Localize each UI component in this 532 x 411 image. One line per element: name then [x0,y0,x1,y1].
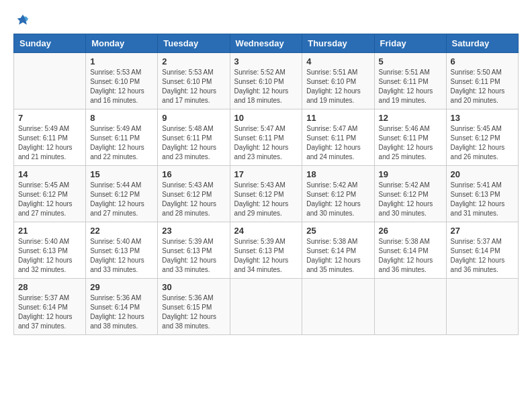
day-number: 19 [379,169,442,179]
logo [13,13,30,27]
week-row-1: 1 Sunrise: 5:53 AMSunset: 6:10 PMDayligh… [14,53,519,109]
day-number: 26 [379,226,442,236]
day-number: 5 [379,56,442,66]
calendar-cell [14,53,86,109]
day-number: 14 [18,169,81,179]
calendar-cell: 23 Sunrise: 5:39 AMSunset: 6:13 PMDaylig… [158,222,230,279]
calendar-cell: 20 Sunrise: 5:41 AMSunset: 6:13 PMDaylig… [446,166,518,222]
header-cell-friday: Friday [374,34,446,53]
day-info: Sunrise: 5:49 AMSunset: 6:11 PMDaylight:… [18,124,81,162]
week-row-5: 28 Sunrise: 5:37 AMSunset: 6:14 PMDaylig… [14,279,519,335]
day-number: 1 [90,56,153,66]
calendar-cell: 3 Sunrise: 5:52 AMSunset: 6:10 PMDayligh… [230,53,302,109]
calendar-cell: 2 Sunrise: 5:53 AMSunset: 6:10 PMDayligh… [158,53,230,109]
day-number: 25 [306,226,369,236]
calendar-cell: 12 Sunrise: 5:46 AMSunset: 6:11 PMDaylig… [374,109,446,166]
header-row: SundayMondayTuesdayWednesdayThursdayFrid… [14,34,519,53]
calendar-cell: 13 Sunrise: 5:45 AMSunset: 6:12 PMDaylig… [446,109,518,166]
day-info: Sunrise: 5:36 AMSunset: 6:14 PMDaylight:… [90,293,153,331]
calendar: SundayMondayTuesdayWednesdayThursdayFrid… [13,34,519,335]
day-info: Sunrise: 5:39 AMSunset: 6:13 PMDaylight:… [162,237,225,275]
day-info: Sunrise: 5:50 AMSunset: 6:11 PMDaylight:… [451,68,514,105]
day-info: Sunrise: 5:43 AMSunset: 6:12 PMDaylight:… [234,181,298,218]
day-info: Sunrise: 5:51 AMSunset: 6:11 PMDaylight:… [379,68,442,105]
day-number: 16 [162,169,225,179]
day-info: Sunrise: 5:53 AMSunset: 6:10 PMDaylight:… [90,68,153,105]
day-info: Sunrise: 5:37 AMSunset: 6:14 PMDaylight:… [451,237,514,275]
day-info: Sunrise: 5:52 AMSunset: 6:10 PMDaylight:… [234,68,298,105]
day-info: Sunrise: 5:37 AMSunset: 6:14 PMDaylight:… [18,293,81,331]
calendar-cell [302,279,374,335]
calendar-cell: 30 Sunrise: 5:36 AMSunset: 6:15 PMDaylig… [158,279,230,335]
day-info: Sunrise: 5:42 AMSunset: 6:12 PMDaylight:… [306,181,369,218]
header-cell-tuesday: Tuesday [158,34,230,53]
calendar-cell: 5 Sunrise: 5:51 AMSunset: 6:11 PMDayligh… [374,53,446,109]
calendar-cell: 17 Sunrise: 5:43 AMSunset: 6:12 PMDaylig… [230,166,302,222]
day-number: 15 [90,169,153,179]
day-number: 2 [162,56,225,66]
logo-icon [16,13,30,27]
day-info: Sunrise: 5:51 AMSunset: 6:10 PMDaylight:… [306,68,369,105]
calendar-cell: 9 Sunrise: 5:48 AMSunset: 6:11 PMDayligh… [158,109,230,166]
calendar-cell: 7 Sunrise: 5:49 AMSunset: 6:11 PMDayligh… [14,109,86,166]
week-row-2: 7 Sunrise: 5:49 AMSunset: 6:11 PMDayligh… [14,109,519,166]
calendar-cell: 28 Sunrise: 5:37 AMSunset: 6:14 PMDaylig… [14,279,86,335]
day-number: 23 [162,226,225,236]
day-info: Sunrise: 5:45 AMSunset: 6:12 PMDaylight:… [451,124,514,162]
day-number: 12 [379,113,442,123]
calendar-cell: 4 Sunrise: 5:51 AMSunset: 6:10 PMDayligh… [302,53,374,109]
day-number: 17 [234,169,298,179]
calendar-cell: 24 Sunrise: 5:39 AMSunset: 6:13 PMDaylig… [230,222,302,279]
day-info: Sunrise: 5:48 AMSunset: 6:11 PMDaylight:… [162,124,225,162]
day-number: 29 [90,282,153,292]
header-cell-sunday: Sunday [14,34,86,53]
day-number: 18 [306,169,369,179]
calendar-cell: 26 Sunrise: 5:38 AMSunset: 6:14 PMDaylig… [374,222,446,279]
day-number: 3 [234,56,298,66]
week-row-4: 21 Sunrise: 5:40 AMSunset: 6:13 PMDaylig… [14,222,519,279]
calendar-cell [374,279,446,335]
day-info: Sunrise: 5:45 AMSunset: 6:12 PMDaylight:… [18,181,81,218]
header-cell-wednesday: Wednesday [230,34,302,53]
day-number: 22 [90,226,153,236]
calendar-cell: 10 Sunrise: 5:47 AMSunset: 6:11 PMDaylig… [230,109,302,166]
day-number: 27 [451,226,514,236]
day-info: Sunrise: 5:36 AMSunset: 6:15 PMDaylight:… [162,293,225,331]
header-cell-saturday: Saturday [446,34,518,53]
calendar-cell: 14 Sunrise: 5:45 AMSunset: 6:12 PMDaylig… [14,166,86,222]
day-number: 9 [162,113,225,123]
calendar-cell: 19 Sunrise: 5:42 AMSunset: 6:12 PMDaylig… [374,166,446,222]
day-number: 10 [234,113,298,123]
day-number: 7 [18,113,81,123]
day-number: 11 [306,113,369,123]
day-number: 21 [18,226,81,236]
page-header [13,13,519,27]
day-info: Sunrise: 5:47 AMSunset: 6:11 PMDaylight:… [234,124,298,162]
day-info: Sunrise: 5:39 AMSunset: 6:13 PMDaylight:… [234,237,298,275]
calendar-cell: 18 Sunrise: 5:42 AMSunset: 6:12 PMDaylig… [302,166,374,222]
calendar-cell: 22 Sunrise: 5:40 AMSunset: 6:13 PMDaylig… [86,222,158,279]
day-number: 8 [90,113,153,123]
calendar-cell: 29 Sunrise: 5:36 AMSunset: 6:14 PMDaylig… [86,279,158,335]
day-number: 6 [451,56,514,66]
calendar-cell: 25 Sunrise: 5:38 AMSunset: 6:14 PMDaylig… [302,222,374,279]
day-number: 28 [18,282,81,292]
day-info: Sunrise: 5:38 AMSunset: 6:14 PMDaylight:… [379,237,442,275]
day-number: 13 [451,113,514,123]
calendar-cell: 8 Sunrise: 5:49 AMSunset: 6:11 PMDayligh… [86,109,158,166]
day-info: Sunrise: 5:41 AMSunset: 6:13 PMDaylight:… [451,181,514,218]
calendar-cell [446,279,518,335]
day-number: 4 [306,56,369,66]
day-info: Sunrise: 5:46 AMSunset: 6:11 PMDaylight:… [379,124,442,162]
day-info: Sunrise: 5:44 AMSunset: 6:12 PMDaylight:… [90,181,153,218]
day-info: Sunrise: 5:43 AMSunset: 6:12 PMDaylight:… [162,181,225,218]
day-number: 30 [162,282,225,292]
day-info: Sunrise: 5:40 AMSunset: 6:13 PMDaylight:… [18,237,81,275]
day-number: 20 [451,169,514,179]
header-cell-thursday: Thursday [302,34,374,53]
day-info: Sunrise: 5:47 AMSunset: 6:11 PMDaylight:… [306,124,369,162]
week-row-3: 14 Sunrise: 5:45 AMSunset: 6:12 PMDaylig… [14,166,519,222]
calendar-cell: 1 Sunrise: 5:53 AMSunset: 6:10 PMDayligh… [86,53,158,109]
day-number: 24 [234,226,298,236]
day-info: Sunrise: 5:42 AMSunset: 6:12 PMDaylight:… [379,181,442,218]
